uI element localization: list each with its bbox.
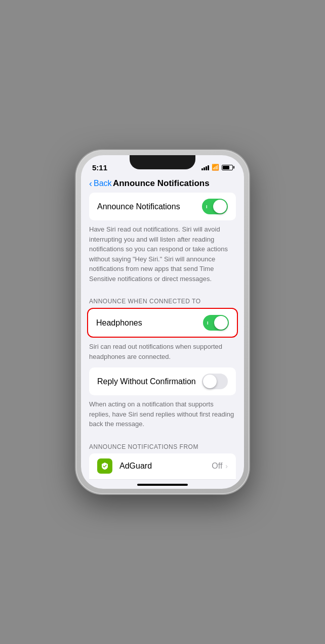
announce-notifications-toggle[interactable]: I <box>202 199 228 214</box>
headphones-toggle-text: I <box>207 320 209 326</box>
list-item[interactable]: Afterlight Off › <box>89 480 236 480</box>
headphones-highlighted-row: Headphones I <box>87 308 238 338</box>
toggle-knob <box>213 200 227 213</box>
list-item[interactable]: AdGuard Off › <box>89 453 236 480</box>
app-name: AdGuard <box>119 462 212 471</box>
status-icons: 📶 <box>201 164 233 171</box>
reply-toggle-knob <box>203 375 217 388</box>
toggle-on-text: I <box>206 204 208 209</box>
announce-notifications-card: Announce Notifications I <box>89 193 236 220</box>
headphones-toggle[interactable]: I <box>203 315 229 331</box>
apps-list-card: AdGuard Off › Afterlight Off <box>89 453 236 480</box>
home-indicator <box>137 484 188 486</box>
reply-without-description: When acting on a notification that suppo… <box>81 395 244 435</box>
chevron-right-icon: › <box>225 462 228 470</box>
signal-icon <box>201 165 209 170</box>
headphones-label: Headphones <box>96 318 142 328</box>
wifi-icon: 📶 <box>212 164 219 171</box>
announce-when-header: ANNOUNCE WHEN CONNECTED TO <box>81 290 244 308</box>
app-status: Off <box>212 462 222 471</box>
battery-icon <box>222 165 233 170</box>
headphones-description: Siri can read out notifications when sup… <box>81 338 244 367</box>
phone-frame: 5:11 📶 ‹ Back Announce Notificatio <box>76 150 249 494</box>
adguard-icon <box>97 458 112 474</box>
announce-when-section: ANNOUNCE WHEN CONNECTED TO Headphones I … <box>81 290 244 367</box>
announce-from-section: ANNOUNCE NOTIFICATIONS FROM AdGuard Off … <box>81 435 244 480</box>
nav-bar: ‹ Back Announce Notifications <box>81 176 244 193</box>
notch <box>130 155 195 169</box>
phone-screen: 5:11 📶 ‹ Back Announce Notificatio <box>81 155 244 489</box>
content-scroll: Announce Notifications I Have Siri read … <box>81 193 244 480</box>
announce-notifications-label: Announce Notifications <box>97 202 180 211</box>
reply-without-toggle[interactable] <box>202 374 228 389</box>
reply-without-section: Reply Without Confirmation When acting o… <box>81 367 244 435</box>
reply-without-label: Reply Without Confirmation <box>97 377 196 386</box>
reply-without-card: Reply Without Confirmation <box>89 367 236 395</box>
headphones-toggle-knob <box>214 316 228 330</box>
status-time: 5:11 <box>92 163 107 172</box>
announce-notifications-description: Have Siri read out notifications. Siri w… <box>81 220 244 290</box>
page-title: Announce Notifications <box>87 178 236 189</box>
announce-from-header: ANNOUNCE NOTIFICATIONS FROM <box>81 435 244 453</box>
